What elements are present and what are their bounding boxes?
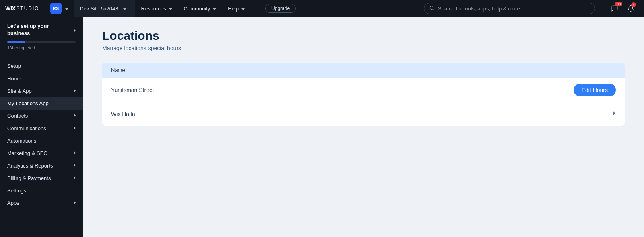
notifications-button[interactable]: ! bbox=[626, 4, 635, 13]
chevron-right-icon bbox=[73, 175, 76, 181]
setup-title-line2: business bbox=[7, 30, 76, 37]
site-switcher[interactable]: Dev Site 5x2043 bbox=[74, 0, 135, 17]
sidebar-label: Communications bbox=[7, 125, 46, 131]
upgrade-button[interactable]: Upgrade bbox=[265, 4, 296, 13]
chevron-down-icon bbox=[123, 6, 127, 10]
sidebar-label: Contacts bbox=[7, 113, 28, 119]
chevron-right-icon bbox=[73, 200, 76, 206]
chevron-down-icon bbox=[169, 6, 173, 10]
sidebar-label: Home bbox=[7, 76, 21, 82]
top-nav: Resources Community Help Upgrade bbox=[135, 4, 296, 13]
chevron-right-icon bbox=[613, 110, 616, 118]
sidebar: Let's set up your business 1/4 completed… bbox=[0, 17, 83, 237]
sidebar-label: Site & App bbox=[7, 88, 32, 94]
sidebar-item-apps[interactable]: Apps bbox=[0, 197, 83, 209]
table-row[interactable]: Wix Haifa bbox=[102, 102, 625, 126]
inbox-badge: 33 bbox=[615, 2, 622, 6]
chevron-down-icon bbox=[241, 6, 245, 10]
setup-progress-block[interactable]: Let's set up your business 1/4 completed bbox=[0, 17, 83, 54]
svg-line-1 bbox=[433, 9, 434, 10]
edit-hours-button[interactable]: Edit Hours bbox=[574, 84, 616, 96]
chevron-right-icon bbox=[73, 125, 76, 131]
progress-label: 1/4 completed bbox=[7, 45, 76, 50]
chevron-right-icon bbox=[73, 150, 76, 156]
divider bbox=[603, 4, 603, 12]
search-input[interactable] bbox=[438, 6, 590, 12]
sidebar-item-setup[interactable]: Setup bbox=[0, 60, 83, 72]
page-subtitle: Manage locations special hours bbox=[102, 45, 625, 51]
sidebar-item-communications[interactable]: Communications bbox=[0, 122, 83, 135]
search-icon bbox=[429, 5, 435, 12]
progress-fill bbox=[7, 41, 25, 43]
nav-resources-label: Resources bbox=[141, 6, 166, 12]
chevron-right-icon bbox=[73, 88, 76, 94]
sidebar-item-my-locations[interactable]: My Locations App bbox=[0, 97, 83, 110]
sidebar-label: Setup bbox=[7, 63, 21, 69]
sidebar-item-site-app[interactable]: Site & App bbox=[0, 85, 83, 97]
main-content: Locations Manage locations special hours… bbox=[83, 17, 644, 237]
chevron-right-icon bbox=[73, 163, 76, 169]
table-row[interactable]: Yunitsman Street Edit Hours bbox=[102, 78, 625, 102]
sidebar-label: Settings bbox=[7, 188, 26, 194]
account-switcher[interactable]: RS bbox=[45, 0, 74, 17]
inbox-button[interactable]: 33 bbox=[610, 4, 619, 13]
nav-community[interactable]: Community bbox=[184, 6, 217, 12]
nav-resources[interactable]: Resources bbox=[141, 6, 172, 12]
sidebar-item-contacts[interactable]: Contacts bbox=[0, 110, 83, 122]
sidebar-label: Apps bbox=[7, 200, 19, 206]
site-name: Dev Site 5x2043 bbox=[80, 6, 118, 12]
location-name: Wix Haifa bbox=[111, 111, 135, 117]
sidebar-label: Automations bbox=[7, 138, 36, 144]
sidebar-label: Marketing & SEO bbox=[7, 150, 47, 156]
brand-logo[interactable]: WIX STUDIO bbox=[0, 0, 45, 17]
sidebar-label: My Locations App bbox=[7, 100, 49, 106]
chevron-right-icon bbox=[73, 113, 76, 119]
brand-studio-text: STUDIO bbox=[16, 6, 39, 11]
nav-help[interactable]: Help bbox=[228, 6, 245, 12]
nav-help-label: Help bbox=[228, 6, 239, 12]
location-name: Yunitsman Street bbox=[111, 87, 154, 93]
table-header-name: Name bbox=[102, 63, 625, 78]
topbar: WIX STUDIO RS Dev Site 5x2043 Resources … bbox=[0, 0, 644, 17]
locations-table: Name Yunitsman Street Edit Hours Wix Hai… bbox=[102, 63, 625, 126]
progress-bar bbox=[7, 41, 76, 43]
avatar: RS bbox=[50, 3, 62, 14]
sidebar-item-analytics[interactable]: Analytics & Reports bbox=[0, 159, 83, 172]
topbar-right: 33 ! bbox=[424, 3, 644, 14]
sidebar-item-billing[interactable]: Billing & Payments bbox=[0, 172, 83, 184]
sidebar-item-marketing[interactable]: Marketing & SEO bbox=[0, 147, 83, 159]
sidebar-item-home[interactable]: Home bbox=[0, 72, 83, 85]
sidebar-label: Billing & Payments bbox=[7, 175, 51, 181]
chevron-right-icon bbox=[73, 28, 76, 34]
sidebar-item-automations[interactable]: Automations bbox=[0, 135, 83, 147]
brand-wix-text: WIX bbox=[5, 5, 15, 12]
nav-community-label: Community bbox=[184, 6, 211, 12]
svg-point-0 bbox=[430, 6, 433, 9]
chevron-down-icon bbox=[65, 6, 69, 10]
sidebar-label: Analytics & Reports bbox=[7, 163, 53, 169]
page-title: Locations bbox=[102, 29, 625, 43]
search-box[interactable] bbox=[424, 3, 595, 14]
sidebar-item-settings[interactable]: Settings bbox=[0, 184, 83, 197]
setup-title-line1: Let's set up your bbox=[7, 22, 76, 30]
chevron-down-icon bbox=[213, 6, 217, 10]
notifications-alert-badge: ! bbox=[631, 2, 636, 7]
